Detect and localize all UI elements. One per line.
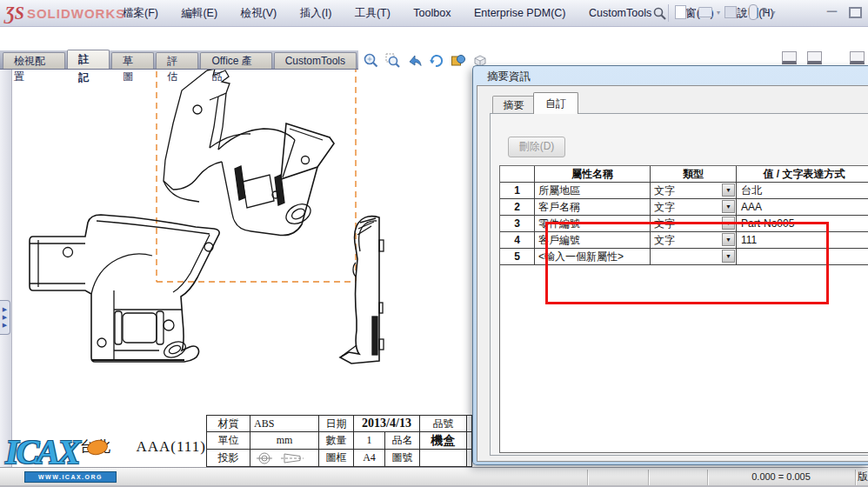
menu-insert[interactable]: 插入(I) xyxy=(290,0,342,26)
sheet-icon[interactable] xyxy=(850,51,865,64)
feature-panel-strip xyxy=(0,50,12,467)
view-settings-icon[interactable] xyxy=(450,52,467,70)
menu-view[interactable]: 檢視(V) xyxy=(231,0,287,26)
menu-customtools[interactable]: CustomTools xyxy=(579,0,661,26)
title-block-row: 單位 mm 數量 1 品名 機盒 xyxy=(206,432,472,450)
property-name-cell[interactable]: 客戶編號 xyxy=(535,232,651,249)
menu-enterprise-pdm[interactable]: Enterprise PDM(C) xyxy=(464,0,576,26)
side-view[interactable] xyxy=(340,217,384,364)
search-icon[interactable] xyxy=(652,6,667,21)
property-name-cell[interactable]: 所屬地區 xyxy=(535,183,651,199)
property-value-cell[interactable]: AAA xyxy=(737,199,868,216)
sheet-icon[interactable] xyxy=(782,51,797,64)
tb-material-value: ABS xyxy=(250,415,319,432)
command-manager-tabs: 檢視配置 註記 草圖 評估 Office 產品 CustomTools xyxy=(0,50,358,70)
statusbar-right-text: 版 xyxy=(858,468,868,486)
tb-unit-label: 單位 xyxy=(206,432,250,450)
previous-view-icon[interactable] xyxy=(406,52,424,70)
tab-annotation[interactable]: 註記 xyxy=(67,50,110,69)
grid-row: 5 <輸入一個新屬性> ▼ xyxy=(500,249,868,265)
menu-bar: ƷS SOLIDWORKS 檔案(F) 編輯(E) 檢視(V) 插入(I) 工具… xyxy=(0,0,868,27)
menu-file[interactable]: 檔案(F) xyxy=(113,0,168,26)
rotate-view-icon[interactable] xyxy=(428,52,445,70)
tab-office-products[interactable]: Office 產品 xyxy=(200,52,271,69)
dialog-tab-page: 刪除(D) 屬性名稱 類型 值 / 文字表達方式 1 所屬地區 文字▼ 台北 xyxy=(490,113,868,456)
row-number: 3 xyxy=(500,216,535,232)
property-name-cell[interactable]: <輸入一個新屬性> xyxy=(535,249,651,265)
delete-button[interactable]: 刪除(D) xyxy=(508,137,565,157)
zoom-fit-icon[interactable] xyxy=(363,52,380,70)
open-document-icon[interactable] xyxy=(698,7,712,17)
property-name-cell[interactable]: 零件編號 xyxy=(535,216,651,232)
sheet-icon[interactable] xyxy=(807,51,822,64)
property-type-cell[interactable]: 文字▼ xyxy=(651,199,737,216)
menu-tools[interactable]: 工具(T) xyxy=(345,0,400,26)
type-dropdown-icon[interactable]: ▼ xyxy=(722,183,735,197)
grid-header-row: 屬性名稱 類型 值 / 文字表達方式 xyxy=(500,166,868,183)
chevron-right-icon: ▶ xyxy=(3,306,7,313)
tab-evaluate[interactable]: 評估 xyxy=(156,52,198,69)
title-block-row: 材質 ABS 日期 2013/4/13 品號 xyxy=(206,415,472,432)
property-type-cell[interactable]: 文字▼ xyxy=(651,216,737,232)
tab-view-layout[interactable]: 檢視配置 xyxy=(3,52,65,69)
menu-toolbox[interactable]: Toolbox xyxy=(404,0,460,26)
drawing-views[interactable] xyxy=(11,50,487,467)
restore-document-icon[interactable] xyxy=(849,7,862,18)
tb-projection-symbols xyxy=(250,450,319,467)
statusbar-separator xyxy=(587,470,588,485)
zoom-area-icon[interactable] xyxy=(384,52,402,70)
dialog-tab-summary[interactable]: 摘要 xyxy=(492,96,535,114)
tab-customtools[interactable]: CustomTools xyxy=(274,52,357,69)
row-number: 2 xyxy=(500,199,535,216)
third-angle-projection-icon xyxy=(253,451,316,465)
help-icon[interactable]: ? xyxy=(760,5,768,19)
property-value-cell[interactable] xyxy=(737,249,868,265)
type-text: 文字 xyxy=(654,183,675,198)
front-view[interactable] xyxy=(30,215,219,362)
grid-row: 3 零件編號 文字▼ Part-No005 xyxy=(500,216,868,232)
tb-material-label: 材質 xyxy=(206,415,250,432)
property-value-cell[interactable]: Part-No005 xyxy=(737,216,868,232)
property-value-cell[interactable]: 111 xyxy=(737,232,868,249)
statusbar-coordinates: 0.000 = 0.005 xyxy=(707,468,855,486)
property-type-cell[interactable]: 文字▼ xyxy=(651,183,737,199)
help-dropdown-icon[interactable]: ▾ xyxy=(772,9,776,17)
row-number: 5 xyxy=(500,249,535,265)
save-dropdown-icon[interactable]: ▾ xyxy=(741,9,744,17)
icax-logo-dot xyxy=(85,438,109,457)
isometric-view[interactable] xyxy=(164,69,334,236)
tb-frame-label: 圖框 xyxy=(319,450,354,467)
panel-flyout-tab[interactable]: ▶ ▶ ▶ xyxy=(0,300,10,335)
property-type-cell[interactable]: 文字▼ xyxy=(651,232,737,249)
type-dropdown-icon[interactable]: ▼ xyxy=(722,233,735,246)
type-dropdown-icon[interactable]: ▼ xyxy=(722,200,735,213)
statusbar-separator xyxy=(648,470,649,485)
tb-qty-value: 1 xyxy=(354,432,385,450)
tb-qty-label: 數量 xyxy=(319,432,354,450)
property-type-cell[interactable]: ▼ xyxy=(651,249,737,265)
toolbar-separator xyxy=(668,4,669,22)
type-dropdown-icon[interactable]: ▼ xyxy=(722,250,735,263)
grid-row: 4 客戶編號 文字▼ 111 xyxy=(500,232,868,249)
save-icon[interactable] xyxy=(724,6,737,18)
open-document-dropdown-icon[interactable]: ▾ xyxy=(717,9,720,17)
type-dropdown-icon[interactable]: ▼ xyxy=(722,217,735,230)
tb-frame-value: A4 xyxy=(354,450,385,467)
tb-dwg-no-label: 圖號 xyxy=(385,450,420,467)
new-document-icon[interactable] xyxy=(675,5,686,19)
minimize-document-icon[interactable]: — xyxy=(826,4,838,17)
new-document-dropdown-icon[interactable]: ▾ xyxy=(691,9,694,17)
title-block[interactable]: 材質 ABS 日期 2013/4/13 品號 單位 mm 數量 1 品名 機盒 … xyxy=(206,415,472,467)
tb-part-no-label: 品號 xyxy=(420,415,467,432)
status-bar: 0.000 = 0.005 版 xyxy=(0,467,868,487)
menu-edit[interactable]: 編輯(E) xyxy=(171,0,227,26)
pdm-vault-icon[interactable] xyxy=(749,4,758,20)
property-value-cell[interactable]: 台北 xyxy=(737,183,868,199)
sheet-format-icons xyxy=(782,51,865,64)
col-header-property-name: 屬性名稱 xyxy=(535,166,651,183)
chevron-right-icon: ▶ xyxy=(3,322,7,329)
property-name-cell[interactable]: 客戶名稱 xyxy=(535,199,651,216)
dialog-tab-custom[interactable]: 自訂 xyxy=(533,92,578,114)
view-border-dashed[interactable] xyxy=(157,56,356,282)
tab-sketch[interactable]: 草圖 xyxy=(111,52,154,69)
